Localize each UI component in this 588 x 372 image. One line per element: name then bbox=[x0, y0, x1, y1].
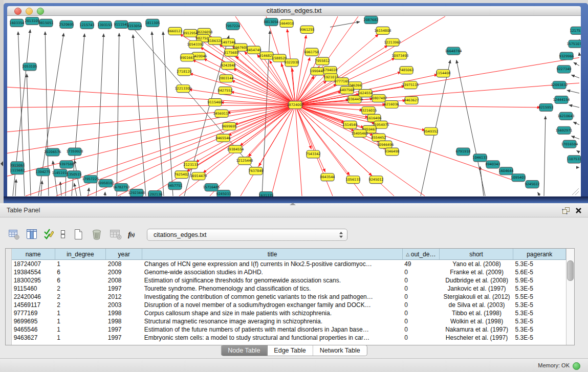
window-controls bbox=[14, 8, 44, 15]
graph-node-label: 7955812 bbox=[315, 59, 330, 63]
graph-node-label: 15692971 bbox=[555, 128, 572, 133]
graph-node-label: 2013105 bbox=[25, 19, 40, 23]
canvas-resize-grip[interactable] bbox=[572, 188, 579, 195]
graph-node-label: 1046133 bbox=[473, 156, 488, 160]
graph-node-label: 6791918 bbox=[456, 150, 471, 154]
graph-node-label: 2520695 bbox=[59, 23, 74, 27]
graph-node-label: 7637849 bbox=[249, 169, 264, 173]
scrollbar-thumb[interactable] bbox=[567, 260, 574, 281]
column-header-pagerank[interactable]: pagerank bbox=[513, 249, 566, 260]
graph-node-label: 17359928 bbox=[66, 150, 83, 154]
network-window-titlebar[interactable]: citations_edges.txt bbox=[7, 6, 581, 16]
graph-node-label: 17016504 bbox=[561, 142, 578, 146]
graph-node-label: 1107533 bbox=[567, 157, 581, 161]
graph-node-label: 8643544 bbox=[320, 175, 335, 179]
delete-columns-icon[interactable] bbox=[90, 228, 103, 241]
graph-node-label: 1115682 bbox=[10, 168, 25, 172]
network-canvas[interactable]: 8660123891295418226058982750981863281054… bbox=[7, 16, 581, 196]
graph-node-label: 7485063 bbox=[399, 68, 414, 72]
memory-status-icon[interactable] bbox=[573, 362, 580, 370]
graph-node-label: 11451914 bbox=[52, 171, 69, 175]
column-header-year[interactable]: year bbox=[106, 249, 142, 260]
graph-node-label: 15751074 bbox=[567, 42, 581, 46]
graph-node-label: 8813054 bbox=[264, 20, 279, 24]
graph-node-label: 8215953 bbox=[539, 105, 554, 110]
table-row[interactable]: 1872400712008Changes of HCN gene express… bbox=[12, 260, 566, 269]
graph-node-label: 19384554 bbox=[227, 147, 244, 151]
table-row[interactable]: 946554611997Estimation of the future num… bbox=[12, 325, 566, 334]
table-row[interactable]: 2242004622012Investigating the contribut… bbox=[12, 293, 566, 301]
close-window-icon[interactable] bbox=[14, 8, 21, 15]
graph-node-label: 20364456 bbox=[346, 97, 363, 101]
graph-node-label: 9815051 bbox=[39, 21, 54, 25]
graph-node-label: 12213967 bbox=[384, 40, 401, 45]
graph-node-label: 9227349 bbox=[557, 67, 572, 71]
graph-node-label: 1350515 bbox=[67, 172, 82, 177]
tab-edge-table[interactable]: Edge Table bbox=[267, 345, 313, 356]
column-header-title[interactable]: title bbox=[142, 249, 402, 260]
table-source-select[interactable]: citations_edges.txt bbox=[147, 229, 347, 241]
graph-node-label: 6961758 bbox=[304, 50, 319, 54]
graph-node-label: 16914479 bbox=[190, 174, 207, 178]
graph-node-label: 12125448 bbox=[236, 159, 253, 163]
edit-columns-icon[interactable] bbox=[43, 228, 54, 240]
graph-node-label: 1394275 bbox=[36, 170, 51, 174]
show-text-columns-icon[interactable] bbox=[26, 228, 38, 240]
tab-network-table[interactable]: Network Table bbox=[313, 345, 367, 356]
table-scrollbar[interactable] bbox=[566, 249, 574, 345]
column-header-in_degree[interactable]: in_degree bbox=[55, 249, 106, 260]
column-header-name[interactable]: name bbox=[12, 249, 55, 260]
graph-node-label: 8454749 bbox=[247, 48, 262, 52]
table-row[interactable]: 1456911722003Disruption of a novel membe… bbox=[12, 301, 566, 309]
column-header-out_degree[interactable]: △ out_de… bbox=[402, 249, 440, 260]
row-height-icon[interactable] bbox=[59, 228, 67, 240]
graph-node-label: 10946496 bbox=[377, 143, 394, 147]
column-header-short[interactable]: short bbox=[440, 249, 513, 260]
graph-node-label: 1604644 bbox=[499, 169, 514, 173]
close-panel-icon[interactable] bbox=[575, 207, 582, 214]
graph-node-label: 9245022 bbox=[525, 182, 540, 186]
minimize-window-icon[interactable] bbox=[26, 8, 33, 15]
float-panel-icon[interactable] bbox=[562, 207, 570, 214]
graph-node-label: 12213309 bbox=[175, 86, 191, 91]
table-row[interactable]: 1938455462009Genome-wide association stu… bbox=[12, 268, 566, 276]
graph-node-label: 8153054 bbox=[127, 24, 142, 28]
table-row[interactable]: 969969511998Structural magnetic resonanc… bbox=[12, 317, 566, 325]
table-header-row: namein_degreeyeartitle△ out_de…shortpage… bbox=[12, 249, 566, 260]
graph-node-label: 16648784 bbox=[445, 49, 462, 53]
graph-node-label: 9245012 bbox=[369, 178, 384, 182]
table-options-icon[interactable] bbox=[8, 228, 20, 240]
splitter-collapse-icon[interactable] bbox=[1, 161, 3, 166]
zoom-window-icon[interactable] bbox=[37, 8, 44, 15]
graph-node-label: 14569117 bbox=[213, 112, 230, 116]
graph-node-label: 6497568 bbox=[340, 88, 355, 92]
table-row[interactable]: 946362711997Embryonic stem cells: a mode… bbox=[12, 334, 566, 342]
network-view-window: citations_edges.txt 86601238912954182260… bbox=[4, 3, 588, 203]
select-stepper-icon bbox=[339, 231, 343, 238]
graph-node-label: 8427552 bbox=[218, 89, 233, 93]
graph-node-label: 9322038 bbox=[285, 60, 299, 64]
table-row[interactable]: 977716911998Corpus callosum shape and si… bbox=[12, 309, 566, 317]
table-row[interactable]: 911546021997Tourette syndrome. Phenomeno… bbox=[12, 285, 566, 293]
citation-network-graph[interactable]: 8660123891295418226058982750981863281054… bbox=[7, 16, 581, 196]
graph-node-label: 9111545 bbox=[114, 23, 129, 27]
graph-node-label: 2123133 bbox=[184, 163, 199, 167]
graph-node-label: 7543342 bbox=[306, 152, 321, 156]
graph-node-label: 9463627 bbox=[404, 98, 419, 102]
table-panel: Table Panel bbox=[0, 203, 588, 372]
graph-node-label: 8660123 bbox=[168, 29, 183, 33]
tab-node-table[interactable]: Node Table bbox=[221, 345, 267, 356]
create-column-icon[interactable] bbox=[72, 228, 84, 241]
graph-node-label: 7957224 bbox=[226, 24, 241, 28]
graph-node-label: 1497346 bbox=[221, 40, 236, 45]
graph-node-label: 1393153 bbox=[98, 23, 113, 27]
function-builder-icon[interactable]: f(x) bbox=[128, 230, 135, 239]
graph-node-label: 16210643 bbox=[557, 114, 574, 118]
table-panel-header: Table Panel bbox=[0, 204, 588, 217]
table-row[interactable]: 1830029562008Estimation of significance … bbox=[12, 276, 566, 285]
graph-node-label: 1095403 bbox=[511, 176, 526, 180]
panel-title: Table Panel bbox=[7, 204, 40, 217]
panel-resize-handle[interactable] bbox=[290, 203, 296, 205]
graph-node-label: 6794028 bbox=[323, 68, 338, 72]
graph-node-label: 9699695 bbox=[222, 124, 237, 128]
